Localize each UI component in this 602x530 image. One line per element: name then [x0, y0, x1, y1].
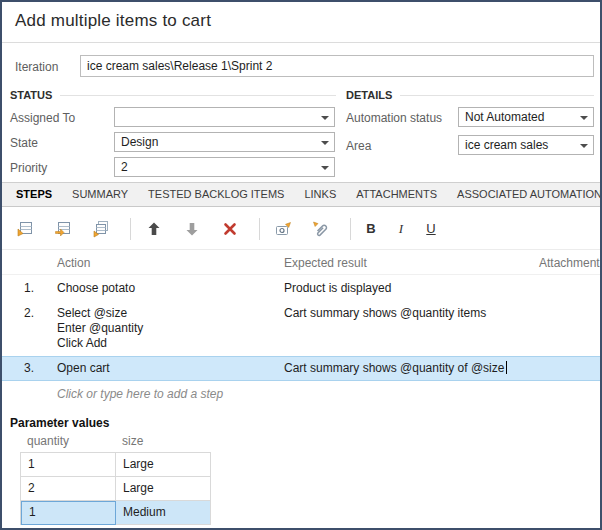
table-row[interactable]: 2. Select @size Enter @quantity Click Ad…: [2, 301, 600, 356]
area-value: ice cream sales: [465, 138, 548, 152]
parameter-row[interactable]: 1 Large: [21, 453, 211, 477]
chevron-down-icon: [321, 141, 329, 145]
details-header-rule: [400, 95, 594, 96]
toolbar-separator: [350, 218, 351, 240]
step-attachment-cell: [528, 306, 600, 351]
details-section-header: DETAILS: [346, 89, 594, 101]
step-action-cell[interactable]: Choose potato: [48, 281, 276, 296]
delete-step-icon[interactable]: [219, 218, 241, 240]
state-label: State: [10, 136, 38, 150]
step-number: 1.: [2, 281, 48, 296]
expected-result-column-header: Expected result: [276, 256, 528, 270]
insert-shared-steps-icon[interactable]: [52, 218, 74, 240]
parameter-cell[interactable]: Large: [116, 477, 211, 501]
automation-status-dropdown[interactable]: Not Automated: [458, 107, 594, 127]
automation-status-label: Automation status: [346, 111, 442, 125]
steps-table: 1. Choose potato Product is displayed 2.…: [2, 276, 600, 407]
move-step-down-icon[interactable]: [181, 218, 203, 240]
priority-value: 2: [121, 160, 128, 174]
add-step-placeholder[interactable]: Click or type here to add a step: [2, 381, 600, 407]
toolbar-separator: [130, 218, 131, 240]
automation-status-value: Not Automated: [465, 110, 544, 124]
parameter-cell[interactable]: Medium: [116, 501, 211, 525]
step-action-line: Choose potato: [57, 281, 276, 296]
iteration-input[interactable]: [80, 55, 594, 77]
dialog-header: Add multiple items to cart: [2, 2, 600, 43]
table-row-selected[interactable]: 3. Open cart Cart summary shows @quantit…: [2, 356, 600, 381]
create-shared-steps-icon[interactable]: [90, 218, 112, 240]
area-label: Area: [346, 139, 371, 153]
size-column-header: size: [115, 432, 210, 450]
step-expected-cell[interactable]: Cart summary shows @quantity items: [276, 306, 528, 351]
attachment-column-header: Attachment: [528, 256, 600, 270]
add-step-icon[interactable]: [14, 218, 36, 240]
state-dropdown[interactable]: Design: [114, 132, 335, 152]
status-section-header: STATUS: [10, 89, 336, 101]
tab-tested-backlog-items[interactable]: TESTED BACKLOG ITEMS: [138, 183, 294, 206]
state-value: Design: [121, 135, 158, 149]
move-step-up-icon[interactable]: [143, 218, 165, 240]
priority-dropdown[interactable]: 2: [114, 157, 335, 177]
bold-button[interactable]: B: [363, 221, 379, 236]
step-action-cell[interactable]: Select @size Enter @quantity Click Add: [48, 306, 276, 351]
underline-button[interactable]: U: [423, 221, 439, 236]
area-dropdown[interactable]: ice cream sales: [458, 135, 594, 155]
toolbar-separator: [259, 218, 260, 240]
tab-associated-automation[interactable]: ASSOCIATED AUTOMATION: [447, 183, 602, 206]
tab-summary[interactable]: SUMMARY: [62, 183, 138, 206]
iteration-label: Iteration: [15, 60, 58, 74]
parameter-cell[interactable]: 1: [21, 501, 116, 525]
step-attachment-cell: [528, 361, 600, 376]
text-cursor: [506, 361, 507, 374]
parameter-column-headers: quantity size: [20, 432, 210, 450]
tab-links[interactable]: LINKS: [294, 183, 346, 206]
step-action-cell[interactable]: Open cart: [48, 361, 276, 376]
tab-strip: STEPS SUMMARY TESTED BACKLOG ITEMS LINKS…: [2, 182, 600, 207]
assigned-to-dropdown[interactable]: [114, 107, 335, 127]
tab-steps[interactable]: STEPS: [6, 183, 62, 206]
step-number: 3.: [2, 361, 48, 376]
parameter-values-title: Parameter values: [10, 416, 109, 430]
parameter-cell[interactable]: 1: [21, 453, 116, 477]
status-header-rule: [60, 95, 336, 96]
italic-button[interactable]: I: [393, 221, 409, 237]
chevron-down-icon: [321, 166, 329, 170]
tab-attachments[interactable]: ATTACHMENTS: [346, 183, 447, 206]
priority-label: Priority: [10, 161, 47, 175]
step-number: 2.: [2, 306, 48, 351]
table-row[interactable]: 1. Choose potato Product is displayed: [2, 276, 600, 301]
chevron-down-icon: [580, 144, 588, 148]
insert-parameter-icon[interactable]: [272, 218, 294, 240]
action-column-header: Action: [48, 256, 276, 270]
details-header-label: DETAILS: [346, 89, 392, 101]
step-action-line: Enter @quantity: [57, 321, 276, 336]
page-title: Add multiple items to cart: [15, 11, 211, 31]
step-attachment-cell: [528, 281, 600, 296]
step-expected-cell[interactable]: Product is displayed: [276, 281, 528, 296]
add-attachment-icon[interactable]: [310, 218, 332, 240]
steps-column-headers: Action Expected result Attachment: [2, 252, 600, 275]
parameter-row-selected[interactable]: 1 Medium: [21, 501, 211, 525]
assigned-to-label: Assigned To: [10, 111, 75, 125]
parameter-cell[interactable]: Large: [116, 453, 211, 477]
parameter-row[interactable]: 2 Large: [21, 477, 211, 501]
step-action-line: Open cart: [57, 361, 276, 376]
parameter-cell[interactable]: 2: [21, 477, 116, 501]
step-action-line: Select @size: [57, 306, 276, 321]
parameter-table: 1 Large 2 Large 1 Medium: [20, 452, 211, 525]
step-expected-text: Cart summary shows @quantity of @size: [284, 361, 504, 375]
status-header-label: STATUS: [10, 89, 52, 101]
step-action-line: Click Add: [57, 336, 276, 351]
chevron-down-icon: [321, 116, 329, 120]
quantity-column-header: quantity: [20, 432, 115, 450]
steps-toolbar: B I U: [2, 208, 600, 250]
chevron-down-icon: [580, 116, 588, 120]
step-expected-cell[interactable]: Cart summary shows @quantity of @size: [276, 361, 528, 376]
